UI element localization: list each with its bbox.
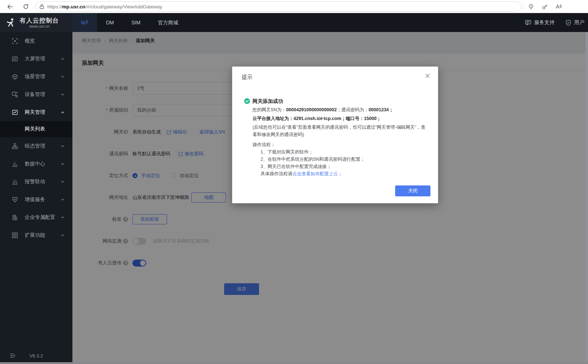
- horizontal-scrollbar[interactable]: [0, 362, 588, 364]
- sidebar-item-config-mgmt[interactable]: 组态管理: [0, 137, 72, 155]
- success-check-icon: [244, 98, 250, 104]
- how-to-configure-link[interactable]: 点击查看如何配置上云: [293, 170, 338, 177]
- chevron-down-icon: [61, 144, 64, 148]
- sn-line: 您的网关SN为：00004291000000000002；通讯密码为：00001…: [253, 106, 429, 113]
- grid-icon: [12, 232, 18, 238]
- chevron-down-icon: [61, 93, 64, 96]
- process-label: 操作流程：: [253, 141, 429, 148]
- brand-logo[interactable]: 有人云控制台 www.usr.cn: [0, 13, 72, 32]
- service-support[interactable]: 服务支持: [525, 19, 555, 26]
- top-nav: 有人云控制台 www.usr.cn IoT DM SIM 官方商城 服务支持 用…: [0, 13, 588, 32]
- shield-icon: [565, 20, 571, 26]
- gateway-icon: [12, 109, 18, 115]
- step-3: 3、网关已在软件中配置完成连接；: [261, 163, 429, 170]
- sidebar-item-data-center[interactable]: 数据中心: [0, 155, 72, 173]
- read-aloud-icon[interactable]: [553, 2, 564, 11]
- sidebar-item-alarm[interactable]: 报警联动: [0, 173, 72, 191]
- sidebar-item-overview[interactable]: 概览: [0, 32, 72, 50]
- sidebar: 概览 大屏管理 场景管理 设备管理 网关管理 网关列表 组态管理 数据中心 报警…: [0, 32, 72, 364]
- chevron-down-icon: [61, 57, 64, 61]
- gateway-sn-value: 00004291000000000002: [286, 107, 337, 112]
- vertical-scrollbar[interactable]: [585, 32, 588, 362]
- scene-icon: [12, 74, 18, 80]
- close-icon[interactable]: ✕: [424, 72, 432, 80]
- url-text: https://mp.usr.cn/#/cloud/gateway/ViewAd…: [47, 4, 162, 9]
- overview-icon: [12, 38, 18, 44]
- tab-sim[interactable]: SIM: [123, 13, 149, 32]
- tab-shop[interactable]: 官方商城: [149, 13, 187, 32]
- brand-title: 有人云控制台: [20, 17, 59, 24]
- screen-icon: [12, 56, 18, 62]
- browser-back-icon[interactable]: [5, 2, 15, 11]
- tab-iot[interactable]: IoT: [72, 13, 97, 32]
- chevron-down-icon: [61, 198, 64, 201]
- browser-chrome: https://mp.usr.cn/#/cloud/gateway/ViewAd…: [0, 0, 588, 13]
- comm-password-value: 00001234；: [369, 107, 393, 112]
- success-title: 网关添加成功: [253, 97, 283, 105]
- dialog-title: 提示: [232, 67, 438, 81]
- app-version: V6.3.2: [0, 353, 72, 359]
- dialog-body: 网关添加成功 您的网关SN为：00004291000000000002；通讯密码…: [232, 81, 438, 177]
- user-menu[interactable]: 用户: [565, 19, 584, 26]
- chevron-up-icon: [61, 111, 64, 114]
- usr-person-icon: [6, 17, 16, 28]
- step-1: 1、下载对应网关的软件；: [261, 148, 429, 156]
- topology-icon: [12, 143, 18, 149]
- sidebar-item-device-mgmt[interactable]: 设备管理: [0, 85, 72, 103]
- chevron-down-icon: [61, 216, 64, 219]
- address-bar[interactable]: https://mp.usr.cn/#/cloud/gateway/ViewAd…: [35, 1, 522, 12]
- platform-address-line: 云平台接入地址为：4291.cnsh.iot-tcp.com；端口号：15000…: [253, 115, 429, 122]
- browser-refresh-icon[interactable]: [21, 2, 31, 11]
- note-text: (后续您也可以在“查看”页面查看网关的通讯密码，也可以通过“网关管理-编辑网关”…: [253, 124, 429, 138]
- siren-icon: [12, 179, 18, 185]
- location-pin-icon[interactable]: [525, 2, 536, 11]
- step-2: 2、在软件中把系统分配的SN和通讯密码进行配置；: [261, 156, 429, 163]
- sidebar-item-extensions[interactable]: 扩展功能: [0, 226, 72, 244]
- detail-line: 具体操作流程请点击查看如何配置上云；: [261, 170, 429, 177]
- chrome-separator: [523, 3, 524, 10]
- sidebar-item-screen-mgmt[interactable]: 大屏管理: [0, 50, 72, 68]
- sidebar-subitem-gateway-list[interactable]: 网关列表: [0, 121, 72, 137]
- brand-subtitle: www.usr.cn: [20, 24, 59, 28]
- chevron-down-icon: [61, 75, 64, 79]
- bar-chart-icon: [12, 161, 18, 167]
- device-icon: [12, 92, 18, 97]
- dialog-close-button[interactable]: 关闭: [395, 185, 430, 196]
- top-tabs: IoT DM SIM 官方商城: [72, 13, 187, 32]
- sidebar-item-scene-mgmt[interactable]: 场景管理: [0, 68, 72, 85]
- notice-dialog: 提示 ✕ 网关添加成功 您的网关SN为：00004291000000000002…: [232, 67, 438, 203]
- tab-dm[interactable]: DM: [97, 13, 123, 32]
- key-icon[interactable]: [539, 2, 550, 11]
- chevron-down-icon: [61, 233, 64, 237]
- sidebar-item-enterprise-config[interactable]: 企业专属配置: [0, 208, 72, 226]
- chat-icon: [525, 20, 531, 25]
- lock-icon: [40, 4, 44, 9]
- building-icon: [12, 215, 18, 220]
- sidebar-item-value-added[interactable]: 增值服务: [0, 191, 72, 208]
- badge-icon: [12, 197, 18, 203]
- sidebar-item-gateway-mgmt[interactable]: 网关管理: [0, 103, 72, 121]
- process-steps: 1、下载对应网关的软件； 2、在软件中把系统分配的SN和通讯密码进行配置； 3、…: [253, 148, 429, 177]
- chevron-down-icon: [61, 162, 64, 166]
- chevron-down-icon: [61, 180, 64, 184]
